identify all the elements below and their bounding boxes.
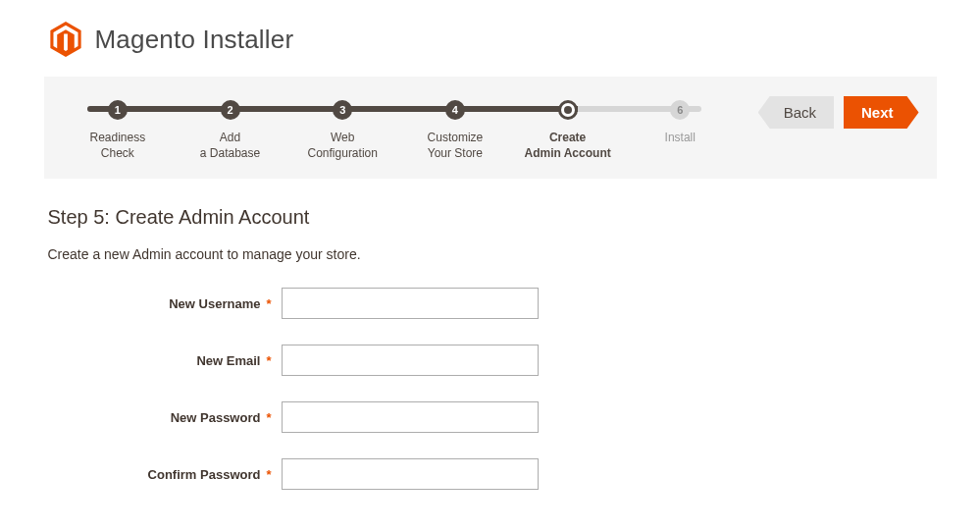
nav-buttons: Back Next [758,96,919,129]
app-header: Magento Installer [48,22,937,57]
step-dot-icon: 3 [333,100,352,120]
password-input[interactable] [282,401,539,433]
email-input[interactable] [282,345,539,376]
step-subtext: Create a new Admin account to manage you… [48,246,933,262]
step-dot-icon: 1 [108,100,128,120]
next-button[interactable]: Next [844,96,919,129]
step-heading: Step 5: Create Admin Account [48,206,933,229]
step-3: 3WebConfiguration [286,100,399,161]
step-label: Adda Database [174,130,286,161]
label-username: New Username * [48,296,282,311]
label-email: New Email * [48,353,282,368]
header-title: Magento Installer [95,25,294,55]
step-4: 4CustomizeYour Store [399,100,512,161]
step-dot-icon: 6 [670,100,690,120]
required-mark-icon: * [266,353,271,368]
main-content: Step 5: Create Admin Account Create a ne… [44,179,937,490]
step-dot-icon: 4 [445,100,465,120]
magento-logo-icon [48,22,83,57]
step-1: 1ReadinessCheck [62,100,175,161]
svg-marker-2 [64,34,68,52]
install-steps: 1ReadinessCheck2Adda Database3WebConfigu… [62,100,737,161]
required-mark-icon: * [266,410,271,425]
row-email: New Email * [48,345,933,376]
username-input[interactable] [282,288,539,319]
row-username: New Username * [48,288,933,319]
back-button[interactable]: Back [758,96,834,129]
step-2: 2Adda Database [174,100,286,161]
step-label: WebConfiguration [286,130,399,161]
step-5: CreateAdmin Account [511,100,624,161]
step-dot-icon: 2 [221,100,240,120]
label-password: New Password * [48,410,282,425]
progress-band: 1ReadinessCheck2Adda Database3WebConfigu… [44,77,937,179]
label-confirm: Confirm Password * [48,467,282,482]
step-label: Install [624,130,737,145]
step-label: ReadinessCheck [62,130,175,161]
required-mark-icon: * [266,296,271,311]
row-confirm: Confirm Password * [48,458,933,490]
step-label: CustomizeYour Store [399,130,512,161]
step-6: 6Install [624,100,737,161]
row-password: New Password * [48,401,933,433]
step-label: CreateAdmin Account [511,130,624,161]
required-mark-icon: * [266,467,271,482]
confirm-password-input[interactable] [282,458,539,490]
step-dot-icon [558,100,578,120]
